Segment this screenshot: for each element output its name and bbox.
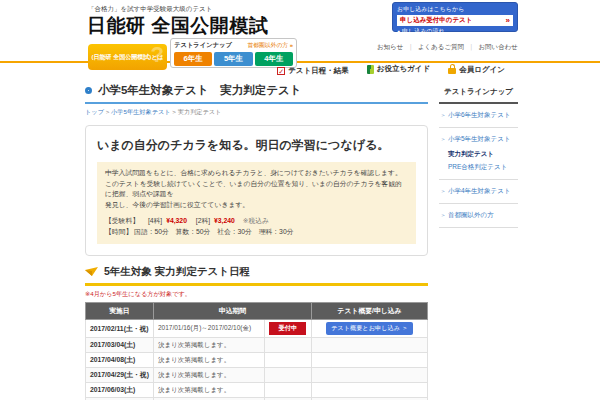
exam-date: 2017/04/29(土・祝) <box>86 368 154 383</box>
secondary-nav: ✓テスト日程・結果 お役立ちガイド 会員ログイン <box>0 64 505 76</box>
table-row: 2017/02/11(土・祝) 2017/01/16(月)～2017/02/10… <box>86 320 428 338</box>
check-icon: ✓ <box>277 67 285 75</box>
apply-panel: お申し込みはこちらから 申し込み受付中のテスト 申し込みの流れ <box>392 2 518 32</box>
status-cell: 受付中 <box>264 320 311 338</box>
time-row: 【時間】 国語：50分 算数：50分 社会：30分 理科：30分 <box>105 227 408 238</box>
other-region-link[interactable]: 首都圏以外の方 <box>247 41 293 50</box>
divider <box>104 108 111 115</box>
nav-guide[interactable]: お役立ちガイド <box>367 64 430 74</box>
exam-date: 2017/06/03(土) <box>86 383 154 398</box>
sidebar-item-grade4[interactable]: ＞小学4年生対象テスト <box>439 180 518 204</box>
apply-now-button[interactable]: 申し込み受付中のテスト <box>397 15 513 26</box>
chevron-right-icon: ＞ <box>440 212 446 218</box>
contact-link[interactable]: お問い合わせ <box>478 43 518 50</box>
status-cell <box>264 383 311 398</box>
apply-period: 決まり次第掲載します。 <box>153 368 264 383</box>
action-cell: テスト概要とお申し込み ＞ <box>311 320 427 338</box>
breadcrumb-current: 実力判定テスト <box>178 108 222 115</box>
fee-4sub-label: [4科] <box>148 217 162 224</box>
apply-detail-button[interactable]: テスト概要とお申し込み ＞ <box>326 322 413 335</box>
chevron-right-icon: ＞ <box>440 188 446 194</box>
sidebar-item-grade6[interactable]: ＞小学6年生対象テスト <box>439 104 518 128</box>
lock-icon <box>448 68 456 74</box>
table-header-row: 実施日 申込期間 テスト概要/申し込み <box>86 303 428 320</box>
divider: ｜ <box>468 43 474 50</box>
apply-flow-link[interactable]: 申し込みの流れ <box>397 27 513 36</box>
status-cell <box>264 353 311 368</box>
action-cell <box>311 383 427 398</box>
page-title: 小学5年生対象テスト 実力判定テスト <box>98 83 302 98</box>
intro-line: 中学入試問題をもとに、合格に求められるチカラと、身につけておきたいチカラを確認し… <box>105 168 408 179</box>
apply-now-label: 申し込み受付中のテスト <box>400 16 472 25</box>
apply-period: 決まり次第掲載します。 <box>153 353 264 368</box>
table-row: 2017/03/04(土) 決まり次第掲載します。 <box>86 338 428 353</box>
intro-card: いまの自分のチカラを知る。明日の学習につなげる。 中学入試問題をもとに、合格に求… <box>85 125 428 256</box>
sidebar-subitem-pre[interactable]: PRE合格判定テスト <box>448 163 518 172</box>
status-cell <box>264 338 311 353</box>
tax-note: ※税込み <box>243 217 269 224</box>
exam-date: 2017/04/08(土) <box>86 353 154 368</box>
apply-period: 決まり次第掲載します。 <box>153 338 264 353</box>
intro-description-box: 中学入試問題をもとに、合格に求められるチカラと、身につけておきたいチカラを確認し… <box>97 162 416 244</box>
time-label: 【時間】 <box>105 228 132 235</box>
chevron-right-icon: ＞ <box>440 136 446 142</box>
guide-book-icon <box>367 65 374 74</box>
site-logo[interactable]: 日能研 全国公開模試 <box>87 13 268 39</box>
schedule-heading: 5年生対象 実力判定テスト日程 <box>104 265 250 279</box>
col-header-period: 申込期間 <box>153 303 311 320</box>
chevron-right-icon: ＞ <box>440 112 446 118</box>
action-cell <box>311 368 427 383</box>
sidebar-item-grade5: ＞小学5年生対象テスト 実力判定テスト PRE合格判定テスト <box>439 128 518 180</box>
exam-date: 2017/02/11(土・祝) <box>86 320 154 338</box>
action-cell <box>311 353 427 368</box>
circle-bullet-icon <box>85 87 92 94</box>
breadcrumb-home[interactable]: トップ <box>85 108 104 115</box>
breadcrumb-grade5[interactable]: 小学5年生対象テスト <box>111 108 171 115</box>
apply-panel-title: お申し込みはこちらから <box>397 5 513 14</box>
intro-line: 発見し、今後の学習計画に役立てていきます。 <box>105 200 408 211</box>
divider: ｜ <box>407 43 413 50</box>
divider <box>171 108 178 115</box>
breadcrumb: トップ小学5年生対象テスト実力判定テスト <box>85 108 428 117</box>
sidebar-subitem-jitsuryoku-current: 実力判定テスト <box>448 150 518 159</box>
schedule-table: 実施日 申込期間 テスト概要/申し込み 2017/02/11(土・祝) 2017… <box>85 302 428 400</box>
main-column: 小学5年生対象テスト 実力判定テスト トップ小学5年生対象テスト実力判定テスト … <box>85 83 428 400</box>
intro-line: このテストを受験し続けていくことで、いまの自分の位置を知り、いまの自分のチカラを… <box>105 179 408 200</box>
nav-member-login[interactable]: 会員ログイン <box>448 65 505 75</box>
intro-headline: いまの自分のチカラを知る。明日の学習につなげる。 <box>97 137 416 154</box>
table-row: 2017/04/29(土・祝) 決まり次第掲載します。 <box>86 368 428 383</box>
nav-schedule-results[interactable]: ✓テスト日程・結果 <box>277 66 349 76</box>
schedule-section-header: 5年生対象 実力判定テスト日程 <box>85 265 428 286</box>
faq-link[interactable]: よくあるご質問 <box>418 43 464 50</box>
status-cell <box>264 368 311 383</box>
exam-date: 2017/03/04(土) <box>86 338 154 353</box>
fee-4sub-price: ¥4,320 <box>166 217 187 224</box>
table-row: 2017/04/08(土) 決まり次第掲載します。 <box>86 353 428 368</box>
action-cell <box>311 338 427 353</box>
sidebar-item-other-region[interactable]: ＞首都圏以外の方 <box>439 204 518 228</box>
page-root: 「合格力」を試す中学受験最大級のテスト 日能研 全国公開模試 お申し込みはこちら… <box>0 0 600 400</box>
eligibility-note: ※4月から5年生になる方が対象です。 <box>85 290 428 299</box>
bookmark-arrow-icon <box>85 267 99 277</box>
table-row: 2017/06/03(土) 決まり次第掲載します。 <box>86 383 428 398</box>
apply-period: 2017/01/16(月)～2017/02/10(金) <box>153 320 264 338</box>
status-badge: 受付中 <box>269 322 306 335</box>
fee-label: 【受験料】 <box>105 217 139 224</box>
col-header-action: テスト概要/申し込み <box>311 303 427 320</box>
fee-2sub-label: [2科] <box>196 217 210 224</box>
sidebar-title: テストラインナップ <box>439 83 518 104</box>
col-header-date: 実施日 <box>86 303 154 320</box>
time-detail: 国語：50分 算数：50分 社会：30分 理科：30分 <box>134 228 293 235</box>
fee-row: 【受験料】 [4科] ¥4,320 [2科] ¥3,240 ※税込み <box>105 216 408 227</box>
sidebar: テストラインナップ ＞小学6年生対象テスト ＞小学5年生対象テスト 実力判定テス… <box>439 83 518 400</box>
fee-2sub-price: ¥3,240 <box>214 217 235 224</box>
news-link[interactable]: お知らせ <box>377 43 403 50</box>
page-title-bar: 小学5年生対象テスト 実力判定テスト <box>85 83 428 104</box>
apply-period: 決まり次第掲載します。 <box>153 383 264 398</box>
lineup-box-title: テストラインナップ <box>174 41 232 50</box>
